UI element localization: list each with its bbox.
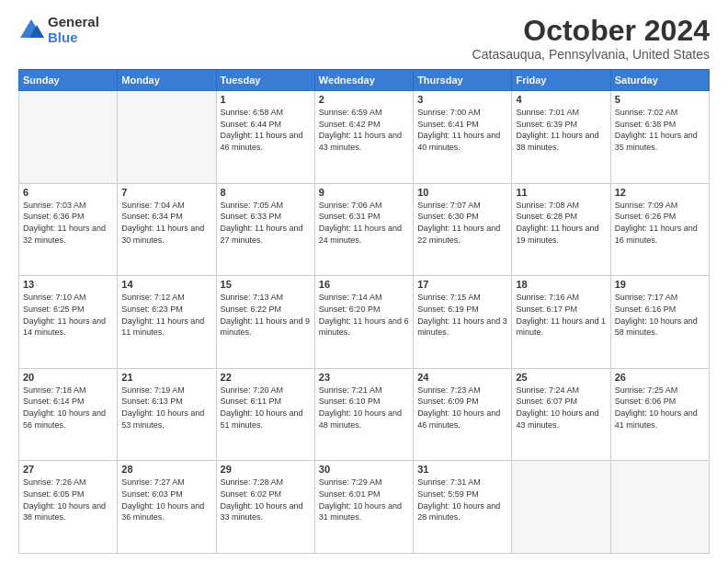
col-friday: Friday [512, 70, 610, 91]
day-info: Sunrise: 7:29 AMSunset: 6:01 PMDaylight:… [319, 477, 409, 523]
day-info: Sunrise: 7:18 AMSunset: 6:14 PMDaylight:… [23, 385, 113, 431]
col-wednesday: Wednesday [314, 70, 413, 91]
day-number: 25 [516, 372, 606, 383]
day-info: Sunrise: 7:26 AMSunset: 6:05 PMDaylight:… [23, 477, 113, 523]
day-number: 31 [417, 464, 507, 475]
day-number: 16 [319, 279, 409, 290]
day-info: Sunrise: 7:25 AMSunset: 6:06 PMDaylight:… [615, 385, 705, 431]
day-number: 10 [417, 187, 507, 198]
day-info: Sunrise: 7:01 AMSunset: 6:39 PMDaylight:… [516, 107, 606, 153]
calendar-cell: 27Sunrise: 7:26 AMSunset: 6:05 PMDayligh… [19, 461, 118, 554]
day-info: Sunrise: 7:13 AMSunset: 6:22 PMDaylight:… [221, 292, 311, 338]
logo-icon [18, 17, 44, 43]
day-number: 5 [615, 94, 705, 105]
calendar-cell [610, 461, 709, 554]
day-info: Sunrise: 7:20 AMSunset: 6:11 PMDaylight:… [221, 385, 311, 431]
calendar-cell: 15Sunrise: 7:13 AMSunset: 6:22 PMDayligh… [216, 276, 314, 369]
month-title: October 2024 [472, 15, 710, 47]
calendar-cell: 28Sunrise: 7:27 AMSunset: 6:03 PMDayligh… [118, 461, 216, 554]
calendar-cell: 29Sunrise: 7:28 AMSunset: 6:02 PMDayligh… [216, 461, 314, 554]
day-info: Sunrise: 7:10 AMSunset: 6:25 PMDaylight:… [23, 292, 113, 338]
day-number: 12 [615, 187, 705, 198]
calendar-cell [19, 91, 118, 184]
col-tuesday: Tuesday [216, 70, 314, 91]
day-number: 6 [23, 187, 113, 198]
logo-blue: Blue [48, 30, 99, 46]
calendar-cell: 23Sunrise: 7:21 AMSunset: 6:10 PMDayligh… [314, 368, 413, 461]
col-monday: Monday [118, 70, 216, 91]
calendar-cell: 3Sunrise: 7:00 AMSunset: 6:41 PMDaylight… [414, 91, 512, 184]
calendar-cell: 31Sunrise: 7:31 AMSunset: 5:59 PMDayligh… [414, 461, 512, 554]
calendar-cell: 14Sunrise: 7:12 AMSunset: 6:23 PMDayligh… [118, 276, 216, 369]
calendar-cell: 8Sunrise: 7:05 AMSunset: 6:33 PMDaylight… [216, 183, 314, 276]
week-row-4: 20Sunrise: 7:18 AMSunset: 6:14 PMDayligh… [19, 368, 710, 461]
day-info: Sunrise: 7:14 AMSunset: 6:20 PMDaylight:… [319, 292, 409, 338]
week-row-3: 13Sunrise: 7:10 AMSunset: 6:25 PMDayligh… [19, 276, 710, 369]
day-number: 18 [516, 279, 606, 290]
col-thursday: Thursday [414, 70, 512, 91]
calendar-cell: 26Sunrise: 7:25 AMSunset: 6:06 PMDayligh… [610, 368, 709, 461]
logo-general: General [48, 15, 99, 30]
calendar-cell: 10Sunrise: 7:07 AMSunset: 6:30 PMDayligh… [414, 183, 512, 276]
title-block: October 2024 Catasauqua, Pennsylvania, U… [472, 15, 710, 62]
col-saturday: Saturday [610, 70, 709, 91]
location-title: Catasauqua, Pennsylvania, United States [472, 47, 710, 62]
day-number: 8 [221, 187, 311, 198]
day-info: Sunrise: 6:58 AMSunset: 6:44 PMDaylight:… [221, 107, 311, 153]
page: General Blue October 2024 Catasauqua, Pe… [0, 0, 728, 563]
calendar-cell: 2Sunrise: 6:59 AMSunset: 6:42 PMDaylight… [314, 91, 413, 184]
day-info: Sunrise: 7:02 AMSunset: 6:38 PMDaylight:… [615, 107, 705, 153]
day-info: Sunrise: 7:19 AMSunset: 6:13 PMDaylight:… [121, 385, 211, 431]
calendar-cell: 6Sunrise: 7:03 AMSunset: 6:36 PMDaylight… [19, 183, 118, 276]
day-number: 23 [319, 372, 409, 383]
week-row-1: 1Sunrise: 6:58 AMSunset: 6:44 PMDaylight… [19, 91, 710, 184]
calendar-cell: 16Sunrise: 7:14 AMSunset: 6:20 PMDayligh… [314, 276, 413, 369]
calendar-cell: 25Sunrise: 7:24 AMSunset: 6:07 PMDayligh… [512, 368, 610, 461]
day-number: 13 [23, 279, 113, 290]
calendar-cell: 22Sunrise: 7:20 AMSunset: 6:11 PMDayligh… [216, 368, 314, 461]
calendar-table: Sunday Monday Tuesday Wednesday Thursday… [18, 69, 710, 554]
calendar-cell [118, 91, 216, 184]
day-info: Sunrise: 7:15 AMSunset: 6:19 PMDaylight:… [417, 292, 507, 338]
day-info: Sunrise: 7:07 AMSunset: 6:30 PMDaylight:… [417, 200, 507, 246]
day-number: 27 [23, 464, 113, 475]
calendar-cell: 13Sunrise: 7:10 AMSunset: 6:25 PMDayligh… [19, 276, 118, 369]
calendar-cell: 5Sunrise: 7:02 AMSunset: 6:38 PMDaylight… [610, 91, 709, 184]
calendar-cell: 21Sunrise: 7:19 AMSunset: 6:13 PMDayligh… [118, 368, 216, 461]
calendar-cell: 30Sunrise: 7:29 AMSunset: 6:01 PMDayligh… [314, 461, 413, 554]
day-number: 7 [121, 187, 211, 198]
calendar-cell: 11Sunrise: 7:08 AMSunset: 6:28 PMDayligh… [512, 183, 610, 276]
day-info: Sunrise: 7:12 AMSunset: 6:23 PMDaylight:… [121, 292, 211, 338]
day-number: 21 [121, 372, 211, 383]
logo: General Blue [18, 15, 99, 45]
day-number: 15 [221, 279, 311, 290]
day-number: 20 [23, 372, 113, 383]
calendar-cell: 17Sunrise: 7:15 AMSunset: 6:19 PMDayligh… [414, 276, 512, 369]
day-info: Sunrise: 7:08 AMSunset: 6:28 PMDaylight:… [516, 200, 606, 246]
calendar-cell: 19Sunrise: 7:17 AMSunset: 6:16 PMDayligh… [610, 276, 709, 369]
day-info: Sunrise: 7:03 AMSunset: 6:36 PMDaylight:… [23, 200, 113, 246]
day-info: Sunrise: 7:16 AMSunset: 6:17 PMDaylight:… [516, 292, 606, 338]
calendar-cell: 20Sunrise: 7:18 AMSunset: 6:14 PMDayligh… [19, 368, 118, 461]
day-info: Sunrise: 7:21 AMSunset: 6:10 PMDaylight:… [319, 385, 409, 431]
day-number: 1 [221, 94, 311, 105]
calendar-cell: 18Sunrise: 7:16 AMSunset: 6:17 PMDayligh… [512, 276, 610, 369]
calendar-header-row: Sunday Monday Tuesday Wednesday Thursday… [19, 70, 710, 91]
day-info: Sunrise: 7:09 AMSunset: 6:26 PMDaylight:… [615, 200, 705, 246]
col-sunday: Sunday [19, 70, 118, 91]
day-info: Sunrise: 7:28 AMSunset: 6:02 PMDaylight:… [221, 477, 311, 523]
calendar-cell: 4Sunrise: 7:01 AMSunset: 6:39 PMDaylight… [512, 91, 610, 184]
day-info: Sunrise: 7:23 AMSunset: 6:09 PMDaylight:… [417, 385, 507, 431]
day-number: 11 [516, 187, 606, 198]
day-number: 29 [221, 464, 311, 475]
day-number: 2 [319, 94, 409, 105]
calendar-cell: 12Sunrise: 7:09 AMSunset: 6:26 PMDayligh… [610, 183, 709, 276]
day-number: 4 [516, 94, 606, 105]
calendar-cell: 9Sunrise: 7:06 AMSunset: 6:31 PMDaylight… [314, 183, 413, 276]
day-number: 24 [417, 372, 507, 383]
day-info: Sunrise: 6:59 AMSunset: 6:42 PMDaylight:… [319, 107, 409, 153]
calendar-cell: 24Sunrise: 7:23 AMSunset: 6:09 PMDayligh… [414, 368, 512, 461]
calendar-cell: 7Sunrise: 7:04 AMSunset: 6:34 PMDaylight… [118, 183, 216, 276]
day-number: 17 [417, 279, 507, 290]
week-row-5: 27Sunrise: 7:26 AMSunset: 6:05 PMDayligh… [19, 461, 710, 554]
